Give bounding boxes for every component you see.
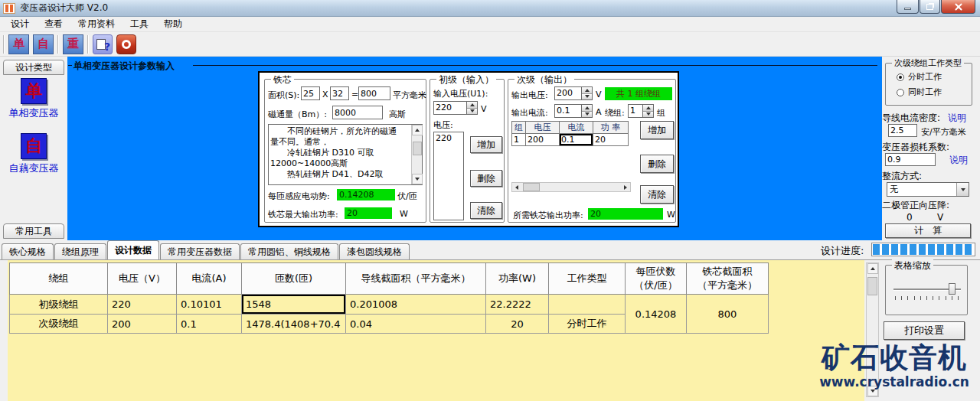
spin-down-icon[interactable] bbox=[467, 109, 477, 115]
flux-input[interactable] bbox=[332, 106, 383, 119]
primary-delete-button[interactable]: 删除 bbox=[470, 170, 502, 187]
slider-ticks bbox=[895, 296, 961, 300]
required-power-label: 所需铁芯输出功率: bbox=[513, 210, 583, 221]
single-phase-transformer-label[interactable]: 单相变压器 bbox=[2, 106, 66, 120]
tab-core-specs[interactable]: 铁心规格 bbox=[2, 243, 54, 259]
worktype-option-timeshare[interactable]: 分时工作 bbox=[897, 71, 942, 83]
tab-common-transformer-data[interactable]: 常用变压器数据 bbox=[160, 243, 240, 259]
core-area-width-input[interactable] bbox=[301, 86, 320, 100]
secondary-delete-button[interactable]: 删除 bbox=[640, 155, 674, 173]
single-phase-tool-button[interactable]: 单 bbox=[8, 34, 29, 54]
current-density-input[interactable] bbox=[888, 124, 917, 137]
core-area-height-input[interactable] bbox=[330, 86, 349, 100]
winding-count-spinner[interactable]: 1 bbox=[628, 104, 654, 118]
primary-clear-button[interactable]: 清除 bbox=[470, 202, 502, 219]
worktype-option-simultaneous[interactable]: 同时工作 bbox=[897, 86, 942, 98]
core-area-total-input[interactable] bbox=[358, 86, 390, 100]
chevron-down-icon[interactable] bbox=[956, 183, 969, 196]
spin-up-icon[interactable] bbox=[582, 105, 592, 112]
calculate-button[interactable]: 计 算 bbox=[885, 223, 971, 238]
sidebar-header-design-type[interactable]: 设计类型 bbox=[3, 60, 64, 75]
close-button[interactable] bbox=[941, 0, 975, 14]
selected-grid-cell[interactable]: 0.1 bbox=[560, 134, 593, 146]
info-box-scrollbar[interactable] bbox=[411, 125, 422, 184]
core-area-label: 面积(S): bbox=[268, 90, 299, 101]
selected-cell[interactable]: 1548 bbox=[242, 295, 346, 315]
col-power: 功率(W) bbox=[486, 263, 549, 295]
steel-sheet-info-box[interactable]: 不同的硅钢片，所允许的磁通 量不同。通常， 冷轧硅钢片 D310 可取 1200… bbox=[268, 124, 423, 185]
worktype-legend: 次级绕组工作类型 bbox=[892, 57, 964, 69]
current-density-help-link[interactable]: 说明 bbox=[948, 112, 966, 125]
emf-value: 0.14208 bbox=[337, 189, 395, 200]
menu-help[interactable]: 帮助 bbox=[156, 16, 190, 32]
scroll-down-icon[interactable] bbox=[412, 174, 423, 184]
scrollbar-thumb[interactable] bbox=[523, 183, 540, 191]
scrollbar-thumb[interactable] bbox=[867, 277, 877, 295]
app-icon bbox=[3, 3, 15, 14]
radio-selected-icon bbox=[897, 73, 904, 81]
redesign-tool-button[interactable]: 重 bbox=[63, 34, 83, 54]
tab-winding-principle[interactable]: 绕组原理 bbox=[54, 243, 106, 259]
rectifier-select[interactable]: 无 bbox=[887, 182, 969, 197]
loss-factor-help-link[interactable]: 说明 bbox=[949, 154, 968, 167]
grid-header-voltage: 电压 bbox=[526, 122, 560, 134]
scroll-up-icon[interactable] bbox=[867, 263, 878, 274]
exit-power-icon[interactable] bbox=[116, 34, 136, 54]
input-voltage-label: 输入电压(U1): bbox=[433, 88, 488, 99]
spin-up-icon[interactable] bbox=[643, 105, 653, 112]
single-phase-transformer-icon[interactable]: 单 bbox=[21, 78, 47, 104]
workspace-group-title: 单相变压器设计参数输入 bbox=[74, 60, 175, 73]
scroll-left-icon[interactable] bbox=[512, 183, 521, 191]
output-current-spinner[interactable]: 0.1 bbox=[554, 104, 593, 118]
grid-row: 1 200 0.1 20 bbox=[512, 134, 629, 146]
col-worktype: 工作类型 bbox=[549, 263, 626, 295]
restore-button[interactable] bbox=[920, 0, 940, 14]
scroll-down-icon[interactable] bbox=[867, 386, 878, 396]
merged-volts-per-turn-cell[interactable]: 0.14208 bbox=[626, 295, 687, 334]
print-settings-button[interactable]: 打印设置 bbox=[884, 321, 965, 340]
scroll-up-icon[interactable] bbox=[412, 125, 423, 135]
menu-view[interactable]: 查看 bbox=[37, 16, 70, 32]
zoom-slider-handle[interactable] bbox=[949, 283, 956, 295]
menu-tools[interactable]: 工具 bbox=[122, 16, 156, 32]
auto-transformer-label[interactable]: 自藕变压器 bbox=[2, 161, 66, 175]
merged-core-area-cell[interactable]: 800 bbox=[687, 295, 769, 334]
flux-label: 磁通量（Bm）: bbox=[268, 109, 327, 120]
spin-down-icon[interactable] bbox=[643, 112, 653, 118]
sidebar-footer-common-tools[interactable]: 常用工具 bbox=[3, 223, 64, 239]
primary-add-button[interactable]: 增加 bbox=[470, 136, 502, 153]
auto-transformer-tool-button[interactable]: 自 bbox=[33, 34, 54, 54]
output-voltage-spinner[interactable]: 200 bbox=[554, 86, 593, 100]
window-title: 变压器设计大师 V2.0 bbox=[20, 2, 108, 15]
menu-reference[interactable]: 常用资料 bbox=[70, 16, 122, 32]
loss-factor-input[interactable] bbox=[885, 153, 936, 166]
voltage-listbox[interactable]: 220 bbox=[433, 132, 464, 220]
diode-drop-value: 0 bbox=[906, 212, 913, 223]
grid-header-group: 组 bbox=[512, 122, 526, 134]
voltage-list-item[interactable]: 220 bbox=[436, 133, 462, 143]
restore-icon bbox=[926, 4, 933, 10]
spin-up-icon[interactable] bbox=[467, 102, 477, 109]
auto-transformer-icon[interactable]: 自 bbox=[21, 133, 47, 159]
table-vertical-scrollbar[interactable] bbox=[866, 262, 879, 397]
secondary-add-button[interactable]: 增加 bbox=[640, 121, 674, 139]
tab-wire-specs[interactable]: 常用圆铝、铜线规格 bbox=[240, 243, 338, 259]
grid-horizontal-scrollbar[interactable] bbox=[511, 182, 631, 192]
minimize-button[interactable] bbox=[897, 0, 919, 14]
col-core-area: 铁芯截面积 （平方毫米） bbox=[687, 263, 769, 295]
secondary-clear-button[interactable]: 清除 bbox=[640, 185, 674, 204]
required-power-unit: W bbox=[667, 210, 675, 220]
required-power-value: 20 bbox=[588, 208, 663, 220]
scrollbar-thumb[interactable] bbox=[413, 142, 422, 155]
spin-down-icon[interactable] bbox=[582, 112, 592, 118]
menu-design[interactable]: 设计 bbox=[3, 16, 37, 32]
input-voltage-spinner[interactable]: 220 bbox=[433, 101, 478, 115]
grid-header-current: 电流 bbox=[560, 122, 593, 134]
spin-up-icon[interactable] bbox=[582, 87, 592, 94]
spin-down-icon[interactable] bbox=[582, 94, 592, 100]
tab-enamel-wire-specs[interactable]: 漆包圆线规格 bbox=[339, 243, 410, 259]
grid-header-power: 功 率 bbox=[593, 122, 629, 134]
help-icon[interactable]: ? bbox=[93, 34, 113, 54]
tab-design-data[interactable]: 设计数据 bbox=[107, 240, 159, 259]
scroll-right-icon[interactable] bbox=[621, 183, 630, 191]
